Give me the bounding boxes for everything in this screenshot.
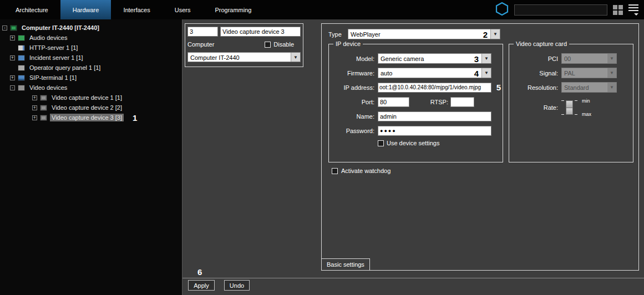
collapse-icon[interactable]: - — [2, 26, 7, 30]
chevron-down-icon[interactable]: ▼ — [481, 68, 491, 78]
http-server-icon — [18, 45, 25, 51]
tree-item-label: SIP-terminal 1 [1] — [28, 74, 78, 82]
camera-icon — [40, 115, 47, 121]
header-search-input[interactable] — [514, 4, 607, 16]
tree-item-video-capture-2[interactable]: + Video capture device 2 [2] — [0, 103, 182, 113]
resolution-select: Standard ▼ — [561, 82, 617, 93]
tree-item-operator-query-panel[interactable]: Operator query panel 1 [1] — [0, 63, 182, 73]
port-input[interactable] — [378, 97, 409, 107]
video-devices-icon — [18, 85, 25, 91]
tree-item-sip-terminal[interactable]: + SIP-terminal 1 [1] — [0, 73, 182, 83]
disable-checkbox[interactable] — [265, 42, 271, 48]
pci-select-value: 00 — [562, 54, 607, 63]
undo-button[interactable]: Undo — [224, 280, 250, 291]
activate-watchdog-label: Activate watchdog — [341, 167, 391, 174]
menu-item-programming[interactable]: Programming — [202, 0, 263, 19]
ip-device-group: IP device Model: Generic camera 3 ▼ Firm… — [328, 44, 503, 162]
settings-panel: Type WebPlayer 2 ▼ IP device Model: Gene… — [321, 23, 639, 271]
audio-devices-icon — [18, 35, 25, 41]
camera-icon — [40, 95, 47, 101]
type-select[interactable]: WebPlayer 2 ▼ — [348, 29, 500, 39]
expand-icon[interactable]: + — [10, 35, 15, 40]
pci-select: 00 ▼ — [561, 53, 617, 64]
object-id-panel: Computer Disable Computer IT-2440 ▼ — [185, 23, 303, 67]
menu-item-architecture[interactable]: Architecture — [3, 0, 60, 19]
activate-watchdog-checkbox[interactable] — [332, 168, 338, 174]
tree-item-video-devices[interactable]: - Video devices — [0, 83, 182, 93]
rate-label: Rate: — [509, 104, 558, 111]
use-device-settings-checkbox[interactable] — [378, 140, 384, 146]
chevron-down-icon[interactable]: ▼ — [291, 53, 300, 62]
signal-select-value: PAL — [562, 68, 607, 78]
object-number-input[interactable] — [187, 27, 218, 37]
tree-item-incident-server[interactable]: + Incident server 1 [1] — [0, 53, 182, 63]
ip-address-input[interactable] — [378, 83, 491, 93]
tree-item-video-capture-3[interactable]: + Video capture device 3 [3] 1 — [0, 113, 182, 123]
chevron-down-icon: ▼ — [607, 54, 616, 63]
type-label: Type — [328, 31, 343, 38]
ip-address-label: IP address: — [329, 84, 374, 91]
ip-device-group-title: IP device — [333, 40, 363, 48]
tree-item-label: Video capture device 2 [2] — [50, 104, 124, 111]
app-window: Architecture Hardware Interfaces Users P… — [0, 0, 644, 295]
tree-item-video-capture-1[interactable]: + Video capture device 1 [1] — [0, 93, 182, 103]
annotation-3: 3 — [474, 55, 479, 63]
signal-label: Signal: — [509, 70, 558, 77]
computer-select-value: Computer IT-2440 — [188, 53, 291, 62]
video-capture-card-title: Video capture card — [514, 40, 569, 48]
tree-item-http-server[interactable]: HTTP-server 1 [1] — [0, 43, 182, 53]
computer-select[interactable]: Computer IT-2440 ▼ — [187, 52, 301, 62]
rate-max-label: max — [582, 111, 591, 117]
operator-panel-icon — [18, 65, 25, 71]
apply-button[interactable]: Apply — [188, 280, 215, 291]
rate-min-label: min — [582, 98, 591, 104]
video-capture-card-group: Video capture card PCI 00 ▼ Signal: PAL … — [509, 44, 633, 162]
signal-select: PAL ▼ — [561, 68, 617, 78]
main-area: Computer Disable Computer IT-2440 ▼ Type… — [182, 19, 644, 295]
tree-item-computer[interactable]: - Computer IT-2440 [IT-2440] — [0, 23, 182, 33]
rtsp-label: RTSP: — [426, 99, 448, 105]
tab-basic-settings[interactable]: Basic settings — [321, 258, 370, 271]
expand-icon[interactable]: + — [10, 75, 15, 80]
rate-spinner-handle[interactable] — [566, 100, 573, 115]
rate-slider[interactable]: min max — [561, 98, 591, 117]
model-select[interactable]: Generic camera 3 ▼ — [378, 53, 491, 64]
chevron-down-icon: ▼ — [607, 83, 616, 92]
sip-terminal-icon — [18, 75, 25, 81]
rtsp-input[interactable] — [450, 97, 474, 107]
menu-item-hardware[interactable]: Hardware — [60, 0, 111, 19]
model-select-value: Generic camera — [378, 54, 481, 63]
device-tree: - Computer IT-2440 [IT-2440] + Audio dev… — [0, 19, 182, 295]
annotation-5: 5 — [496, 83, 501, 91]
collapse-icon[interactable]: - — [10, 85, 15, 90]
firmware-label: Firmware: — [329, 70, 374, 77]
expand-icon[interactable]: + — [32, 95, 37, 100]
expand-icon[interactable]: + — [32, 105, 37, 110]
layout-grid-icon[interactable] — [613, 5, 623, 15]
camera-icon — [40, 105, 47, 111]
hamburger-menu-icon[interactable] — [628, 4, 638, 16]
annotation-6: 6 — [197, 268, 202, 276]
tree-item-label: Computer IT-2440 [IT-2440] — [20, 24, 101, 32]
menu-item-interfaces[interactable]: Interfaces — [111, 0, 162, 19]
password-label: Password: — [329, 128, 374, 134]
password-input[interactable] — [378, 126, 491, 136]
computer-label: Computer — [187, 41, 214, 48]
object-name-input[interactable] — [220, 27, 301, 37]
expand-icon[interactable]: + — [10, 55, 15, 60]
tree-item-label: Video capture device 3 [3] — [50, 114, 124, 121]
type-select-value: WebPlayer — [348, 29, 490, 39]
chevron-down-icon[interactable]: ▼ — [490, 29, 500, 39]
chevron-down-icon[interactable]: ▼ — [481, 54, 491, 63]
tree-item-audio-devices[interactable]: + Audio devices — [0, 33, 182, 43]
name-label: Name: — [329, 113, 374, 120]
menu-item-users[interactable]: Users — [163, 0, 203, 19]
model-label: Model: — [329, 55, 374, 62]
disable-label: Disable — [273, 41, 294, 48]
expand-icon[interactable]: + — [32, 115, 37, 120]
incident-server-icon — [18, 55, 25, 61]
firmware-select[interactable]: auto 4 ▼ — [378, 68, 491, 78]
annotation-4: 4 — [474, 69, 479, 78]
tree-item-label: Operator query panel 1 [1] — [28, 64, 102, 72]
username-input[interactable] — [378, 111, 491, 121]
